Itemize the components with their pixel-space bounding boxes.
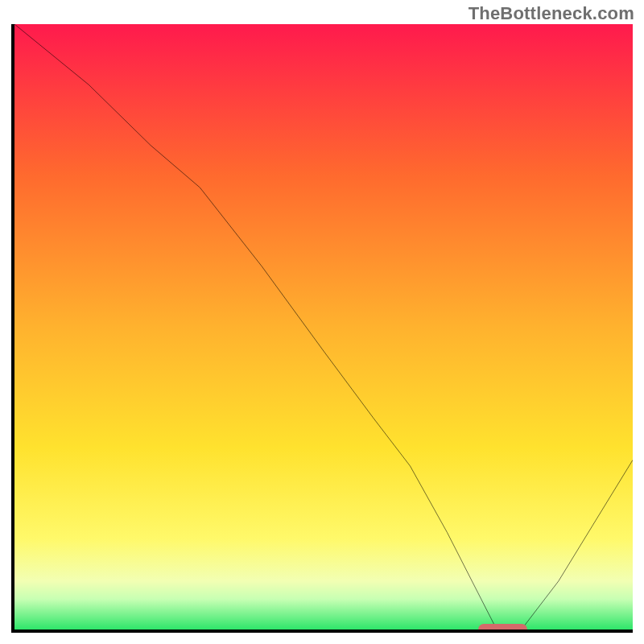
optimal-range-marker [478, 624, 527, 633]
bottleneck-chart: TheBottleneck.com [0, 0, 644, 644]
curve-line [14, 24, 633, 630]
bottleneck-curve [14, 24, 633, 630]
plot-area [11, 24, 633, 633]
watermark-text: TheBottleneck.com [469, 3, 634, 24]
